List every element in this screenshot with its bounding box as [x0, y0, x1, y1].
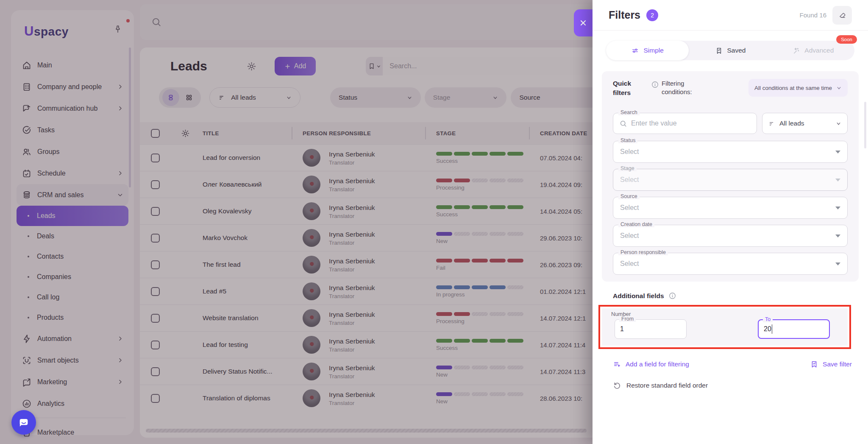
sliders-icon [631, 47, 639, 55]
tab-saved[interactable]: Saved [689, 41, 771, 60]
app-window: Uspacy Main Company and people Communica… [0, 0, 868, 444]
filter-lines-icon [768, 120, 776, 127]
filter-selects: Status Select Stage Select Source Select… [613, 141, 848, 275]
search-icon [619, 120, 627, 128]
filters-title: Filters [609, 9, 640, 21]
tab-label: Simple [643, 47, 663, 54]
filter-select-creation-date[interactable]: Creation date Select [613, 225, 848, 247]
filter-search-input[interactable]: Search Enter the value [613, 113, 757, 134]
number-from-input[interactable]: From 1 [615, 319, 687, 339]
filtering-conditions-label: Filtering conditions: [662, 79, 711, 97]
select-label: Person responsible [618, 249, 668, 255]
conditions-dropdown[interactable]: All conditions at the same time [748, 79, 848, 97]
select-placeholder: Select [620, 148, 639, 156]
restore-field-order-button[interactable]: Restore standard field order [613, 381, 852, 390]
select-placeholder: Select [620, 204, 639, 212]
select-placeholder: Select [620, 260, 639, 268]
entity-dropdown[interactable]: All leads [762, 113, 848, 134]
additional-fields-heading: Additional fields [613, 292, 664, 300]
filter-select-status[interactable]: Status Select [613, 141, 848, 163]
select-label: Creation date [618, 221, 654, 227]
dropdown-arrow-icon [835, 151, 840, 154]
filter-select-person-responsible[interactable]: Person responsible Select [613, 253, 848, 275]
dropdown-arrow-icon [835, 207, 840, 209]
messenger-chat-bubble[interactable] [11, 410, 36, 435]
filter-select-stage[interactable]: Stage Select [613, 169, 848, 191]
wand-icon [792, 47, 800, 55]
number-to-input[interactable]: To 20 [758, 319, 830, 339]
soon-badge: Soon [836, 35, 857, 44]
dropdown-arrow-icon [835, 235, 840, 237]
dropdown-arrow-icon [835, 262, 840, 265]
select-placeholder: Select [620, 232, 639, 240]
select-label: Stage [618, 165, 637, 171]
info-icon[interactable] [651, 81, 659, 89]
number-field-group: Number From 1 To 20 [602, 308, 848, 346]
bookmark-check-icon [810, 360, 818, 369]
close-panel-button[interactable] [574, 9, 593, 36]
select-placeholder: Select [620, 176, 639, 184]
filter-select-source[interactable]: Source Select [613, 197, 848, 219]
dropdown-arrow-icon [835, 179, 840, 182]
filters-count-badge: 2 [646, 9, 658, 21]
bookmark-icon [715, 47, 723, 55]
info-icon[interactable] [668, 292, 676, 300]
list-plus-icon [613, 360, 621, 369]
found-count: Found 16 [800, 11, 826, 19]
chevron-down-icon [836, 121, 841, 126]
select-label: Status [618, 137, 637, 143]
restore-icon [613, 381, 621, 390]
tab-label: Saved [727, 47, 746, 54]
tab-label: Advanced [804, 47, 834, 54]
modal-dim-overlay[interactable] [0, 0, 593, 444]
highlight-rectangle: Number From 1 To 20 [598, 305, 851, 349]
tab-simple[interactable]: Simple [606, 41, 689, 60]
tab-advanced: Advanced Soon [772, 41, 854, 60]
text-cursor [772, 324, 773, 334]
quick-filters-section: Quick filters Filtering conditions: All … [602, 71, 859, 282]
add-field-link[interactable]: Add a field for filtering [613, 360, 689, 369]
select-label: Source [618, 193, 640, 199]
chevron-down-icon [836, 85, 842, 91]
clear-filters-button[interactable] [832, 6, 852, 25]
filters-tabs: Simple Saved Advanced Soon [606, 41, 854, 60]
quick-filters-heading: Quick filters [613, 79, 650, 97]
save-filter-link[interactable]: Save filter [810, 360, 852, 369]
filters-panel: Filters 2 Found 16 Simple Saved Advanced… [593, 0, 868, 444]
panel-scrollbar[interactable] [864, 102, 866, 148]
